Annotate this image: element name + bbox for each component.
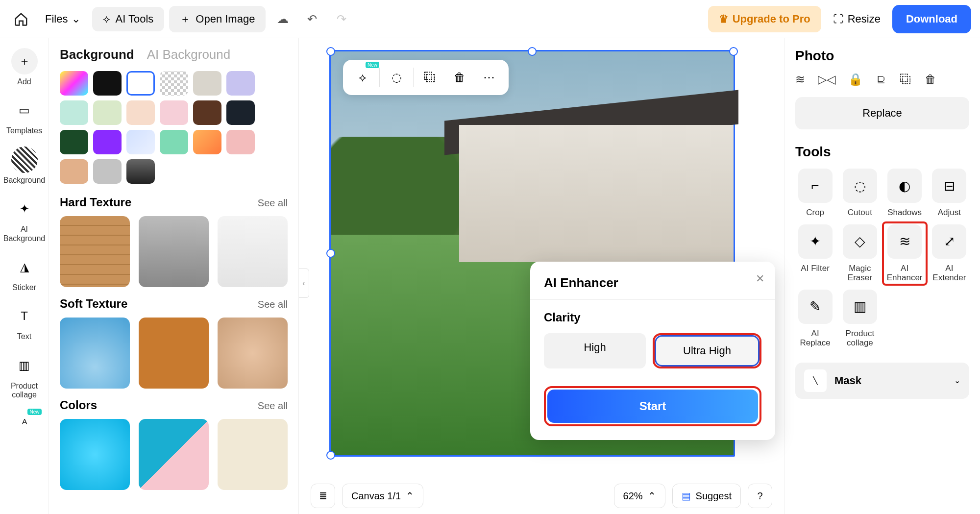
clarity-high[interactable]: High xyxy=(544,333,646,368)
see-all-soft[interactable]: See all xyxy=(258,299,288,310)
color-swatch[interactable] xyxy=(226,100,255,125)
color-swatch[interactable] xyxy=(193,71,221,96)
cloud-sync-icon[interactable]: ☁ xyxy=(270,7,295,31)
ai-enhancer-popover: AI Enhancer ✕ Clarity High Ultra High St… xyxy=(530,262,775,440)
texture-silk[interactable] xyxy=(218,318,288,389)
color-swatch[interactable] xyxy=(126,100,155,125)
handle-tm[interactable] xyxy=(528,47,537,56)
layers-icon[interactable]: ≋ xyxy=(795,73,805,86)
tool-cutout[interactable]: ◌Cutout xyxy=(840,169,880,218)
texture-leather[interactable] xyxy=(139,318,209,389)
layers-button[interactable]: ≣ xyxy=(311,484,335,508)
zoom-indicator[interactable]: 62% ⌃ xyxy=(614,484,665,508)
nav-sticker[interactable]: ◮ Sticker xyxy=(2,249,47,297)
paint-icon[interactable]: ⫒ xyxy=(876,73,887,86)
home-button[interactable] xyxy=(9,7,33,31)
nav-ai-text[interactable]: ᴬ New xyxy=(2,406,47,442)
nav-templates[interactable]: ▭ Templates xyxy=(2,92,47,140)
tool-ai-enhancer[interactable]: ≋AI Enhancer xyxy=(883,222,927,285)
nav-product-collage[interactable]: ▥ Product collage xyxy=(2,347,47,405)
chevron-down-icon: ⌄ xyxy=(72,13,80,25)
color-swatch[interactable] xyxy=(160,71,188,96)
clarity-label: Clarity xyxy=(544,311,761,324)
resize-button[interactable]: ⛶ Resize xyxy=(826,7,887,31)
files-dropdown[interactable]: Files ⌄ xyxy=(38,8,87,30)
resize-icon: ⛶ xyxy=(833,13,844,25)
toolbar-cutout-button[interactable]: ◌ xyxy=(384,65,409,90)
color-swatch[interactable] xyxy=(93,159,122,184)
suggest-button[interactable]: ▤ Suggest xyxy=(672,484,741,508)
color-swatch[interactable] xyxy=(126,159,155,184)
trash-icon[interactable]: 🗑 xyxy=(925,73,936,86)
toolbar-duplicate-button[interactable]: ⿻ xyxy=(417,65,443,90)
color-pink-blue[interactable] xyxy=(139,419,209,490)
panel-collapse-toggle[interactable]: ‹ xyxy=(299,269,309,298)
tool-ai-replace[interactable]: ✎AI Replace xyxy=(795,290,835,348)
color-swatch[interactable] xyxy=(93,71,122,96)
duplicate-icon[interactable]: ⿻ xyxy=(900,73,912,86)
color-swatch[interactable] xyxy=(60,159,88,184)
color-swatch[interactable] xyxy=(93,130,122,154)
soft-texture-heading: Soft Texture xyxy=(60,297,127,311)
download-button[interactable]: Download xyxy=(892,5,971,33)
color-swatch[interactable] xyxy=(193,100,221,125)
see-all-colors[interactable]: See all xyxy=(258,400,288,412)
color-swatch[interactable] xyxy=(226,130,255,154)
color-swatch[interactable] xyxy=(160,100,188,125)
tab-ai-background[interactable]: AI Background xyxy=(147,47,231,62)
undo-button[interactable]: ↶ xyxy=(300,7,324,31)
collage-icon: ▥ xyxy=(11,352,38,379)
texture-wood[interactable] xyxy=(60,216,130,287)
help-button[interactable]: ? xyxy=(748,484,772,508)
nav-ai-background[interactable]: ✦ AI Background xyxy=(2,191,47,248)
color-swatch[interactable] xyxy=(93,100,122,125)
tool-product-collage[interactable]: ▥Product collage xyxy=(840,290,880,348)
color-swatch[interactable] xyxy=(60,100,88,125)
texture-icon xyxy=(11,147,38,173)
tool-shadows[interactable]: ◐Shadows xyxy=(885,169,925,218)
clarity-ultra-high[interactable]: Ultra High xyxy=(656,337,758,365)
nav-add[interactable]: ＋ Add xyxy=(2,43,47,91)
nav-text[interactable]: T Text xyxy=(2,298,47,346)
handle-bl[interactable] xyxy=(326,451,335,460)
ai-icon: ⟡ xyxy=(103,13,110,25)
see-all-hard[interactable]: See all xyxy=(258,197,288,209)
texture-marble[interactable] xyxy=(218,216,288,287)
start-button[interactable]: Start xyxy=(547,390,758,423)
toolbar-ai-button[interactable]: ⟡ New xyxy=(350,65,375,90)
color-swatch[interactable] xyxy=(226,71,255,96)
toolbar-delete-button[interactable]: 🗑 xyxy=(447,65,472,90)
tool-ai-filter[interactable]: ✦AI Filter xyxy=(795,224,835,283)
texture-concrete[interactable] xyxy=(139,216,209,287)
color-swatch[interactable] xyxy=(126,71,155,96)
tool-ai-extender[interactable]: ⤢AI Extender xyxy=(930,224,969,283)
cutout-icon: ◌ xyxy=(843,169,877,203)
handle-tr[interactable] xyxy=(729,47,738,56)
color-swatch[interactable] xyxy=(160,130,188,154)
color-swatch[interactable] xyxy=(60,71,88,96)
canvas-indicator[interactable]: Canvas 1/1 ⌃ xyxy=(342,484,423,508)
lock-icon[interactable]: 🔒 xyxy=(848,73,863,86)
color-cream[interactable] xyxy=(218,419,288,490)
tab-background[interactable]: Background xyxy=(60,47,134,62)
tool-adjust[interactable]: ⊟Adjust xyxy=(930,169,969,218)
redo-button[interactable]: ↷ xyxy=(329,7,354,31)
upgrade-button[interactable]: ♛ Upgrade to Pro xyxy=(708,6,821,32)
color-swatch[interactable] xyxy=(193,130,221,154)
color-swatch[interactable] xyxy=(126,130,155,154)
nav-background[interactable]: Background xyxy=(2,142,47,190)
toolbar-more-button[interactable]: ⋯ xyxy=(476,65,502,90)
popover-close-button[interactable]: ✕ xyxy=(756,272,764,285)
mask-row[interactable]: ╲ Mask ⌄ xyxy=(795,363,969,399)
handle-ml[interactable] xyxy=(326,249,335,258)
color-swatch[interactable] xyxy=(60,130,88,154)
ai-tools-button[interactable]: ⟡ AI Tools xyxy=(92,7,164,31)
texture-water[interactable] xyxy=(60,318,130,389)
open-image-button[interactable]: ＋ Open Image xyxy=(169,6,266,32)
handle-tl[interactable] xyxy=(326,47,335,56)
replace-button[interactable]: Replace xyxy=(795,97,969,129)
tool-crop[interactable]: ⌐Crop xyxy=(795,169,835,218)
flip-icon[interactable]: ▷◁ xyxy=(818,73,835,86)
tool-magic-eraser[interactable]: ◇Magic Eraser xyxy=(840,224,880,283)
color-cyan[interactable] xyxy=(60,419,130,490)
